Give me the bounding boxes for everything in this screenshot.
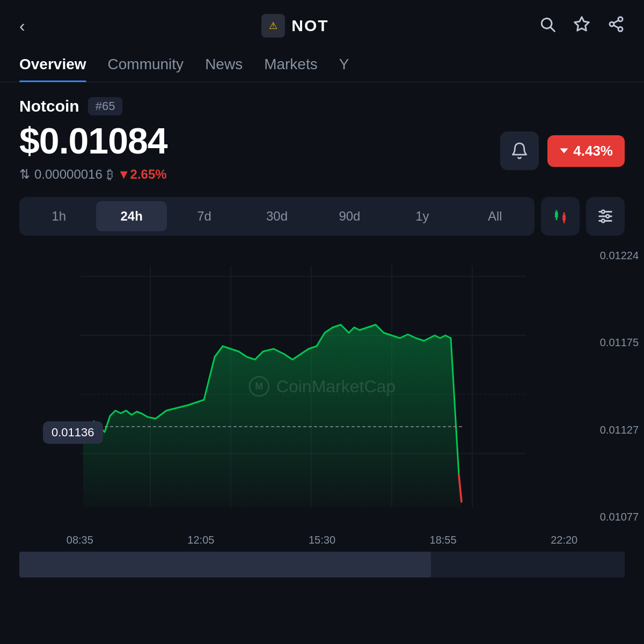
back-button[interactable]: ‹ — [19, 16, 25, 35]
tab-community[interactable]: Community — [108, 47, 201, 82]
time-btn-90d[interactable]: 90d — [314, 201, 385, 231]
time-button-group: 1h 24h 7d 30d 90d 1y All — [19, 197, 535, 236]
time-btn-24h[interactable]: 24h — [96, 201, 166, 231]
tab-more[interactable]: Y — [339, 47, 349, 82]
y-label-1: 0.01224 — [600, 250, 639, 262]
x-label-3: 15:30 — [309, 534, 335, 546]
search-icon[interactable] — [539, 16, 556, 36]
time-btn-1h[interactable]: 1h — [24, 201, 94, 231]
bell-button[interactable] — [500, 131, 539, 170]
price-change-value: 4.43% — [573, 143, 613, 159]
header-actions — [539, 16, 625, 36]
btc-symbol: ₿ — [107, 167, 113, 182]
coin-symbol-header: NOT — [291, 17, 328, 35]
svg-line-7 — [613, 20, 618, 23]
time-btn-1y[interactable]: 1y — [387, 201, 457, 231]
coin-price: $0.01084 — [19, 120, 167, 162]
star-icon[interactable] — [573, 16, 590, 36]
btc-change: ▼2.65% — [118, 167, 167, 182]
x-label-2: 12:05 — [187, 534, 214, 546]
filter-button[interactable] — [586, 197, 625, 236]
volume-fill — [19, 552, 431, 577]
svg-point-19 — [606, 215, 609, 218]
y-label-2: 0.01175 — [600, 336, 639, 349]
share-icon[interactable] — [608, 16, 625, 36]
chart-area[interactable]: M CoinMarketCap 0.01136 0.01224 0.01175 … — [0, 244, 644, 529]
header-center: ⚠ NOT — [261, 14, 328, 38]
svg-rect-9 — [555, 212, 558, 218]
tab-bar: Overview Community News Markets Y — [0, 47, 644, 82]
time-selector: 1h 24h 7d 30d 90d 1y All — [0, 188, 644, 244]
btc-arrows-icon: ⇅ — [19, 167, 30, 182]
price-change-badge: 4.43% — [547, 135, 625, 167]
coin-info-section: Notcoin #65 $0.01084 ⇅ 0.00000016 ₿ ▼2.6… — [0, 82, 644, 188]
chart-type-button[interactable] — [541, 197, 580, 236]
price-chart — [0, 244, 644, 529]
volume-bar — [19, 552, 625, 577]
y-label-3: 0.01127 — [600, 424, 639, 436]
x-label-4: 18:55 — [430, 534, 457, 546]
x-label-5: 22:20 — [551, 534, 577, 546]
x-label-1: 08:35 — [67, 534, 93, 546]
y-label-4: 0.01077 — [600, 511, 639, 523]
tab-markets[interactable]: Markets — [264, 47, 335, 82]
svg-point-30 — [79, 434, 87, 441]
header: ‹ ⚠ NOT — [0, 0, 644, 47]
svg-line-6 — [613, 25, 618, 28]
time-btn-all[interactable]: All — [460, 201, 530, 231]
svg-point-20 — [602, 219, 605, 223]
svg-point-18 — [602, 210, 605, 214]
tab-overview[interactable]: Overview — [19, 47, 104, 82]
btc-price: 0.00000016 — [34, 167, 103, 182]
tab-news[interactable]: News — [205, 47, 260, 82]
time-btn-7d[interactable]: 7d — [169, 201, 239, 231]
y-axis-labels: 0.01224 0.01175 0.01127 0.01077 — [600, 244, 639, 529]
coin-rank-badge: #65 — [88, 97, 123, 115]
coin-logo-icon: ⚠ — [261, 14, 285, 38]
x-axis-labels: 08:35 12:05 15:30 18:55 22:20 — [0, 529, 644, 546]
svg-line-1 — [551, 27, 554, 31]
svg-marker-2 — [575, 17, 589, 30]
coin-name: Notcoin — [19, 97, 79, 115]
svg-rect-12 — [562, 215, 566, 221]
svg-marker-8 — [560, 149, 568, 153]
time-btn-30d[interactable]: 30d — [241, 201, 312, 231]
